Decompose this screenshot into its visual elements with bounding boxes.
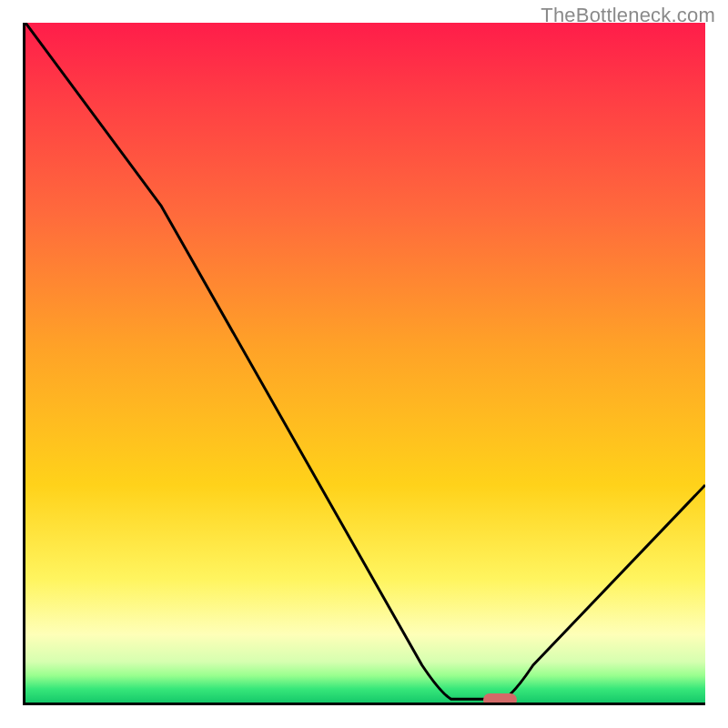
- chart-plot-area: [23, 23, 705, 705]
- curve-path: [25, 23, 705, 699]
- chart-curve: [25, 23, 705, 703]
- curve-minimum-marker: [483, 693, 518, 705]
